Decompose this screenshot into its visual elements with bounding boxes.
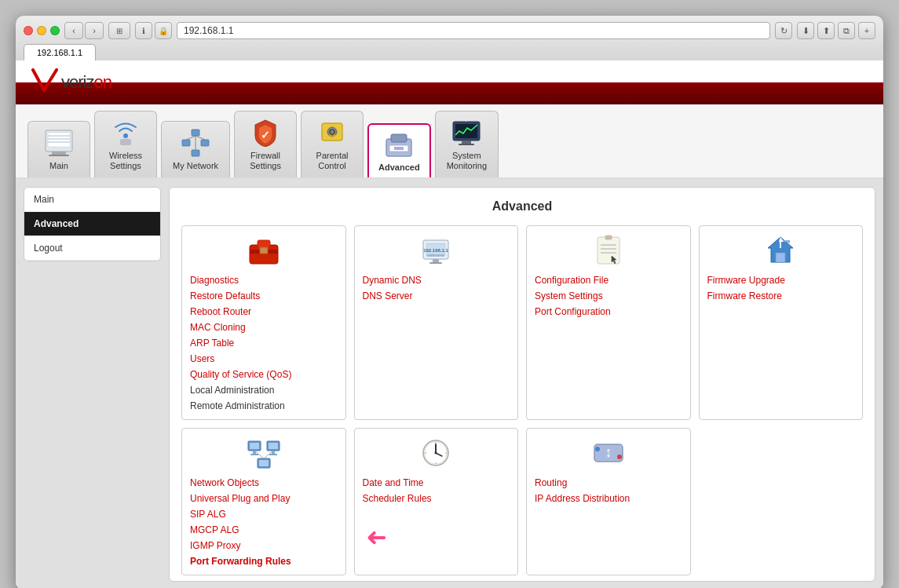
svg-rect-48 (776, 253, 785, 262)
right-toolbar-icons: ⬇ ⬆ ⧉ + (797, 22, 875, 39)
mgcp-alg-link[interactable]: MGCP ALG (190, 524, 338, 535)
scheduler-rules-link[interactable]: Scheduler Rules (363, 493, 510, 504)
url-text: 192.168.1.1 (184, 25, 233, 36)
close-button[interactable] (24, 26, 33, 35)
nav-tabs-container: Main WirelessSettings (16, 104, 883, 179)
browser-body: verizon (16, 60, 883, 588)
diagnostics-card: Diagnostics Restore Defaults Reboot Rout… (181, 225, 346, 420)
svg-text:webname: webname (427, 253, 444, 257)
svg-rect-32 (258, 240, 270, 248)
tab-bar: 192.168.1.1 (24, 44, 875, 60)
ip-address-distribution-link[interactable]: IP Address Distribution (535, 493, 682, 504)
arp-table-link[interactable]: ARP Table (190, 338, 338, 349)
dns-card: 192.168.1.1 webname Dynamic DNS DNS Serv… (354, 225, 519, 420)
address-bar[interactable]: 192.168.1.1 (177, 22, 770, 39)
svg-rect-9 (192, 130, 199, 136)
remote-admin-link[interactable]: Remote Administration (190, 400, 338, 411)
sidebar-item-main[interactable]: Main (24, 188, 160, 212)
sidebar-item-logout[interactable]: Logout (24, 236, 160, 261)
tab-parental-control[interactable]: 🔒 ParentalControl (301, 111, 364, 177)
firmware-restore-link[interactable]: Firmware Restore (707, 290, 855, 301)
firmware-icon (707, 234, 855, 267)
network-tab-icon (180, 128, 211, 158)
main-tab-icon (43, 128, 75, 158)
tab-main[interactable]: Main (27, 121, 90, 177)
diagnostics-icon (190, 234, 338, 267)
network-card: Network Objects Universal Plug and Play … (181, 428, 346, 575)
advanced-tab-label: Advanced (378, 163, 420, 173)
sidebar-toggle[interactable]: ⊞ (108, 22, 130, 39)
system-monitoring-tab-icon: + (451, 118, 482, 148)
dynamic-dns-link[interactable]: Dynamic DNS (363, 275, 510, 286)
browser-toolbar: ‹ › ⊞ ℹ 🔒 192.168.1.1 ↻ ⬇ ⬆ ⧉ + 192.168.… (16, 16, 883, 60)
firmware-upgrade-link[interactable]: Firmware Upgrade (707, 275, 855, 286)
tab-wireless-settings[interactable]: WirelessSettings (94, 111, 157, 177)
download-icon[interactable]: ⬇ (797, 22, 814, 39)
tab-system-monitoring[interactable]: + SystemMonitoring (435, 111, 499, 177)
back-button[interactable]: ‹ (64, 22, 83, 39)
users-link[interactable]: Users (190, 353, 338, 364)
svg-point-75 (595, 447, 600, 451)
configuration-file-link[interactable]: Configuration File (535, 275, 682, 286)
network-card-wrapper: ➜ (181, 428, 346, 575)
port-configuration-link[interactable]: Port Configuration (535, 306, 682, 317)
maximize-button[interactable] (50, 26, 60, 35)
restore-defaults-link[interactable]: Restore Defaults (190, 290, 338, 301)
verizon-name: verizon (61, 72, 111, 93)
svg-text:↕: ↕ (605, 444, 612, 460)
new-tab-button[interactable]: + (858, 22, 875, 39)
routing-link[interactable]: Routing (535, 477, 682, 488)
svg-line-14 (196, 136, 205, 140)
wireless-tab-label: WirelessSettings (109, 151, 142, 171)
mac-cloning-link[interactable]: MAC Cloning (190, 322, 338, 333)
svg-point-68 (435, 452, 437, 455)
svg-rect-61 (259, 460, 269, 466)
upnp-link[interactable]: Universal Plug and Play (190, 493, 338, 504)
sidebar-item-advanced[interactable]: Advanced (24, 212, 160, 236)
svg-rect-12 (192, 150, 199, 156)
window-controls (24, 26, 60, 35)
system-settings-link[interactable]: System Settings (535, 290, 682, 301)
tab-advanced[interactable]: Advanced (367, 123, 431, 177)
svg-rect-55 (250, 454, 258, 455)
main-icon (44, 129, 74, 157)
parental-icon: 🔒 (317, 119, 347, 147)
qos-link[interactable]: Quality of Service (QoS) (190, 369, 338, 380)
sidebar-logout-label: Logout (34, 243, 63, 254)
firewall-icon: ✓ (250, 119, 280, 147)
sip-alg-link[interactable]: SIP ALG (190, 509, 338, 520)
port-forwarding-rules-link[interactable]: Port Forwarding Rules (190, 556, 338, 567)
share-icon[interactable]: ⬆ (817, 22, 835, 39)
svg-rect-40 (429, 262, 442, 264)
local-admin-link[interactable]: Local Administration (190, 385, 338, 396)
tab-firewall-settings[interactable]: ✓ FirewallSettings (234, 111, 297, 177)
address-icons: ℹ 🔒 (135, 22, 172, 39)
svg-rect-5 (52, 152, 66, 155)
minimize-button[interactable] (37, 26, 46, 35)
nav-tabs: Main WirelessSettings (27, 111, 872, 177)
date-and-time-link[interactable]: Date and Time (363, 477, 510, 488)
tab-my-network[interactable]: My Network (161, 121, 230, 177)
svg-rect-25 (394, 147, 404, 150)
network-objects-link[interactable]: Network Objects (190, 477, 338, 488)
config-icon (535, 234, 682, 267)
system-monitoring-tab-label: SystemMonitoring (447, 151, 487, 171)
routing-icon: ↕ (535, 436, 682, 469)
firmware-card: Firmware Upgrade Firmware Restore (699, 225, 864, 420)
reboot-router-link[interactable]: Reboot Router (190, 306, 338, 317)
bottom-cards-row: ➜ (181, 428, 863, 575)
browser-tab[interactable]: 192.168.1.1 (24, 44, 96, 60)
routing-card: ↕ Routing IP Address Distribution (526, 428, 691, 575)
firewall-tab-label: FirewallSettings (250, 151, 281, 171)
svg-rect-8 (120, 139, 131, 145)
sidebar-main-label: Main (34, 194, 54, 205)
main-layout: Main Advanced Logout Advanced (16, 179, 883, 588)
refresh-button[interactable]: ↻ (775, 22, 792, 39)
duplicate-icon[interactable]: ⧉ (838, 22, 855, 39)
svg-rect-39 (433, 259, 439, 262)
dns-icon: 192.168.1.1 webname (363, 234, 510, 267)
dns-server-link[interactable]: DNS Server (363, 290, 510, 301)
forward-button[interactable]: › (85, 22, 104, 39)
diagnostics-link[interactable]: Diagnostics (190, 275, 338, 286)
igmp-proxy-link[interactable]: IGMP Proxy (190, 540, 338, 551)
